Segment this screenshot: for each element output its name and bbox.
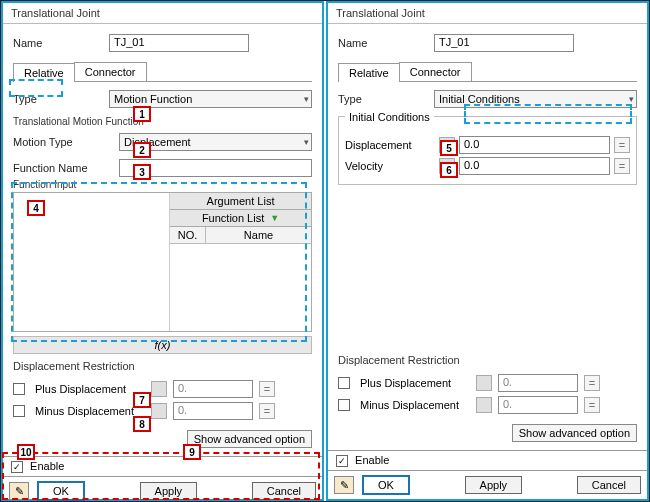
enable-row: Enable <box>328 450 647 470</box>
callout-8: 8 <box>133 416 151 432</box>
tmf-label: Translational Motion Function <box>13 116 312 127</box>
name-label: Name <box>338 37 428 49</box>
triangle-down-icon: ▼ <box>270 213 279 223</box>
window-title: Translational Joint <box>3 3 322 24</box>
callout-2: 2 <box>133 142 151 158</box>
left-body: Name TJ_01 Relative Connector Type Motio… <box>3 24 322 456</box>
chevron-down-icon: ▾ <box>629 94 634 104</box>
callout-9: 9 <box>183 444 201 460</box>
tab-connector[interactable]: Connector <box>399 62 472 81</box>
equals-icon[interactable]: = <box>614 137 630 153</box>
fx-button[interactable]: f(x) <box>13 336 312 354</box>
app-root: Translational Joint Name TJ_01 Relative … <box>0 0 650 502</box>
argument-list-header[interactable]: Argument List <box>170 193 311 210</box>
enable-row: Enable <box>3 456 322 476</box>
ok-button[interactable]: OK <box>362 475 410 495</box>
chevron-down-icon: ▾ <box>304 137 309 147</box>
type-label: Type <box>338 93 428 105</box>
type-value: Motion Function <box>114 93 192 105</box>
apply-button[interactable]: Apply <box>465 476 523 494</box>
tab-connector[interactable]: Connector <box>74 62 147 81</box>
enable-checkbox[interactable] <box>336 455 348 467</box>
callout-10: 10 <box>17 444 35 460</box>
tabs: Relative Connector <box>13 62 312 82</box>
restriction-label: Displacement Restriction <box>13 354 312 372</box>
plus-disp-value[interactable]: 0. <box>173 380 253 398</box>
callout-7: 7 <box>133 392 151 408</box>
equals-icon[interactable]: = <box>259 403 275 419</box>
grey-box-icon[interactable] <box>476 397 492 413</box>
type-label: Type <box>13 93 103 105</box>
plus-disp-checkbox[interactable] <box>338 377 350 389</box>
callout-6: 6 <box>440 162 458 178</box>
grey-box-icon[interactable] <box>151 381 167 397</box>
cancel-button[interactable]: Cancel <box>577 476 641 494</box>
col-no: NO. <box>170 227 206 243</box>
initial-conditions-group: Initial Conditions Displacement 0.0 = Ve… <box>338 116 637 185</box>
ok-button[interactable]: OK <box>37 481 85 501</box>
restriction-label: Displacement Restriction <box>338 348 637 366</box>
function-table-body[interactable] <box>170 244 311 331</box>
tab-relative[interactable]: Relative <box>13 63 75 82</box>
enable-label: Enable <box>30 460 64 472</box>
right-body: Name TJ_01 Relative Connector Type Initi… <box>328 24 647 450</box>
footer: ✎ OK Apply Cancel <box>328 470 647 499</box>
minus-disp-checkbox[interactable] <box>13 405 25 417</box>
chevron-down-icon: ▾ <box>304 94 309 104</box>
motion-type-label: Motion Type <box>13 136 113 148</box>
function-name-label: Function Name <box>13 162 113 174</box>
col-name: Name <box>206 227 311 243</box>
plus-disp-value[interactable]: 0. <box>498 374 578 392</box>
cancel-button[interactable]: Cancel <box>252 482 316 500</box>
name-input[interactable]: TJ_01 <box>434 34 574 52</box>
tab-relative[interactable]: Relative <box>338 63 400 82</box>
disp-label: Displacement <box>345 139 435 151</box>
show-advanced-button[interactable]: Show advanced option <box>512 424 637 442</box>
minus-disp-checkbox[interactable] <box>338 399 350 411</box>
function-box: Argument List Function List ▼ NO. Name <box>13 192 312 332</box>
right-pane: Translational Joint Name TJ_01 Relative … <box>326 1 649 501</box>
equals-icon[interactable]: = <box>614 158 630 174</box>
enable-checkbox[interactable] <box>11 461 23 473</box>
vel-label: Velocity <box>345 160 435 172</box>
callout-4: 4 <box>27 200 45 216</box>
callout-3: 3 <box>133 164 151 180</box>
grey-box-icon[interactable] <box>151 403 167 419</box>
function-list-header[interactable]: Function List ▼ <box>170 210 311 227</box>
plus-disp-checkbox[interactable] <box>13 383 25 395</box>
minus-disp-label: Minus Displacement <box>360 399 470 411</box>
show-advanced-button[interactable]: Show advanced option <box>187 430 312 448</box>
callout-1: 1 <box>133 106 151 122</box>
equals-icon[interactable]: = <box>584 397 600 413</box>
type-select[interactable]: Initial Conditions ▾ <box>434 90 637 108</box>
vel-value[interactable]: 0.0 <box>459 157 610 175</box>
window-title: Translational Joint <box>328 3 647 24</box>
ic-legend: Initial Conditions <box>345 111 434 123</box>
function-input-label: Function Input <box>13 179 312 190</box>
tabs: Relative Connector <box>338 62 637 82</box>
type-value: Initial Conditions <box>439 93 520 105</box>
plus-disp-label: Plus Displacement <box>360 377 470 389</box>
footer: ✎ OK Apply Cancel <box>3 476 322 502</box>
minus-disp-label: Minus Displacement <box>35 405 145 417</box>
left-pane: Translational Joint Name TJ_01 Relative … <box>1 1 324 501</box>
plus-disp-label: Plus Displacement <box>35 383 145 395</box>
apply-button[interactable]: Apply <box>140 482 198 500</box>
name-input[interactable]: TJ_01 <box>109 34 249 52</box>
minus-disp-value[interactable]: 0. <box>498 396 578 414</box>
grey-box-icon[interactable] <box>476 375 492 391</box>
equals-icon[interactable]: = <box>259 381 275 397</box>
equals-icon[interactable]: = <box>584 375 600 391</box>
name-label: Name <box>13 37 103 49</box>
callout-5: 5 <box>440 140 458 156</box>
help-icon[interactable]: ✎ <box>334 476 354 494</box>
function-table: NO. Name <box>170 227 311 331</box>
help-icon[interactable]: ✎ <box>9 482 29 500</box>
minus-disp-value[interactable]: 0. <box>173 402 253 420</box>
enable-label: Enable <box>355 454 389 466</box>
disp-value[interactable]: 0.0 <box>459 136 610 154</box>
